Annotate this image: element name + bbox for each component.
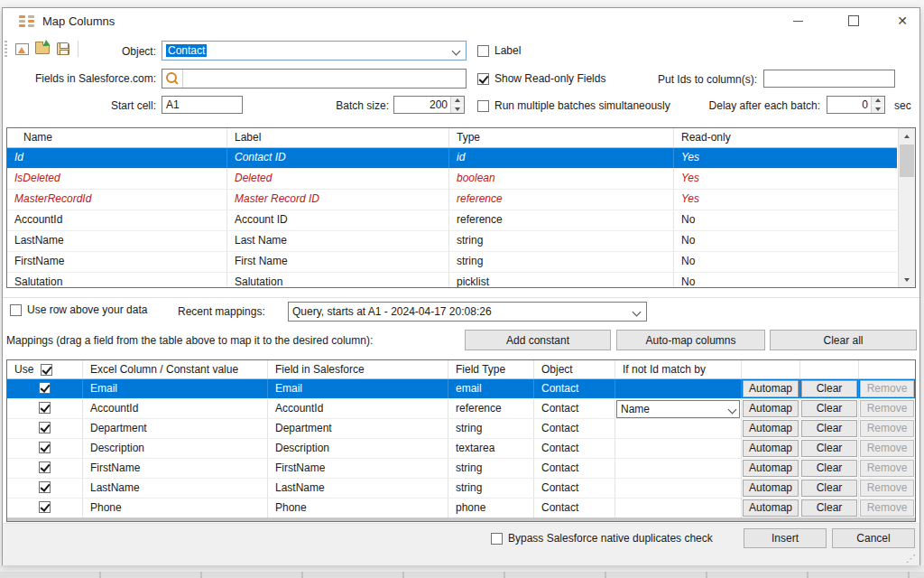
- remove-button[interactable]: Remove: [860, 460, 914, 477]
- use-checkbox[interactable]: [39, 442, 51, 453]
- column-header-match-by[interactable]: If not Id match by: [615, 360, 742, 378]
- use-row-above-row[interactable]: Use row above your data: [10, 303, 147, 316]
- fields-table-row[interactable]: SalutationSalutationpicklistNo: [7, 273, 897, 288]
- fields-table-row[interactable]: LastNameLast NamestringNo: [7, 231, 897, 252]
- minimize-button[interactable]: [782, 10, 813, 32]
- fields-table-row[interactable]: MasterRecordIdMaster Record IDreferenceY…: [7, 190, 897, 210]
- column-header-field-type[interactable]: Field Type: [448, 360, 534, 378]
- automap-button[interactable]: Automap: [743, 440, 799, 457]
- toolbar-grip[interactable]: [5, 41, 7, 57]
- put-ids-input[interactable]: [763, 70, 895, 88]
- column-header-excel-column[interactable]: Excel Column / Constant value: [83, 360, 268, 378]
- automap-button[interactable]: Automap: [743, 380, 799, 397]
- start-cell-input[interactable]: A1: [162, 96, 243, 114]
- clear-button[interactable]: Clear: [801, 420, 857, 437]
- delay-down-icon[interactable]: [872, 106, 884, 114]
- column-header-type[interactable]: Type: [449, 128, 674, 147]
- close-button[interactable]: ✕: [887, 10, 918, 32]
- fields-search-box[interactable]: [162, 69, 467, 89]
- automap-button[interactable]: Automap: [743, 420, 799, 437]
- use-checkbox[interactable]: [39, 382, 51, 394]
- mapping-row[interactable]: DepartmentDepartmentstringContactAutomap…: [7, 419, 915, 439]
- clear-button[interactable]: Clear: [801, 460, 857, 477]
- fields-table-row[interactable]: AccountIdAccount IDreferenceNo: [7, 210, 897, 231]
- use-checkbox[interactable]: [39, 422, 51, 434]
- remove-button[interactable]: Remove: [860, 480, 914, 497]
- title-bar[interactable]: Map Columns ✕: [3, 8, 919, 35]
- automap-button[interactable]: Automap: [743, 460, 799, 477]
- clear-all-button[interactable]: Clear all: [770, 330, 917, 350]
- delay-stepper[interactable]: 0: [827, 96, 885, 114]
- use-all-checkbox[interactable]: [41, 364, 52, 376]
- object-chevron-down-icon[interactable]: [453, 44, 462, 57]
- insert-button[interactable]: Insert: [744, 528, 827, 548]
- automap-button[interactable]: Automap: [743, 400, 799, 417]
- scroll-up-icon[interactable]: [899, 128, 915, 144]
- bypass-duplicates-checkbox[interactable]: [491, 533, 503, 545]
- match-by-dropdown[interactable]: Name: [616, 400, 740, 418]
- remove-button[interactable]: Remove: [860, 420, 914, 437]
- auto-map-columns-button[interactable]: Auto-map columns: [616, 330, 765, 350]
- mapping-row[interactable]: DescriptionDescriptiontextareaContactAut…: [7, 439, 915, 459]
- clear-button[interactable]: Clear: [801, 440, 857, 457]
- use-checkbox[interactable]: [39, 402, 51, 414]
- batch-size-value[interactable]: 200: [394, 97, 450, 113]
- delay-value[interactable]: 0: [827, 97, 871, 113]
- column-header-name[interactable]: Name: [7, 128, 227, 147]
- column-header-object[interactable]: Object: [534, 360, 615, 378]
- automap-button[interactable]: Automap: [743, 499, 799, 517]
- bypass-duplicates-row[interactable]: Bypass Salesforce native duplicates chec…: [491, 532, 713, 545]
- clear-button[interactable]: Clear: [801, 380, 857, 397]
- show-readonly-checkbox[interactable]: [477, 73, 489, 85]
- column-header-use[interactable]: Use: [7, 360, 83, 378]
- column-header-field-in-salesforce[interactable]: Field in Salesforce: [268, 360, 448, 378]
- mapping-table-hscrollbar[interactable]: [7, 517, 915, 521]
- scrollbar-thumb[interactable]: [900, 144, 914, 177]
- fields-table-row[interactable]: IsDeletedDeletedbooleanYes: [7, 169, 897, 190]
- resize-grip[interactable]: ⋰: [906, 553, 917, 564]
- use-checkbox[interactable]: [39, 481, 51, 493]
- clear-button[interactable]: Clear: [801, 400, 857, 417]
- maximize-button[interactable]: [838, 10, 869, 32]
- fields-table-scrollbar[interactable]: [898, 128, 915, 287]
- mapping-row[interactable]: PhonePhonephoneContactAutomapClearRemove: [7, 499, 915, 518]
- remove-button[interactable]: Remove: [860, 400, 914, 417]
- mapping-row[interactable]: AccountIdAccountIdreferenceContactNameAu…: [7, 399, 915, 419]
- use-checkbox[interactable]: [39, 461, 51, 473]
- batch-size-up-icon[interactable]: [451, 97, 464, 106]
- column-header-label[interactable]: Label: [227, 128, 449, 147]
- delay-up-icon[interactable]: [872, 97, 884, 106]
- remove-button[interactable]: Remove: [860, 380, 914, 397]
- fields-table-row[interactable]: IdContact IDidYes: [7, 148, 897, 169]
- object-combobox[interactable]: Contact: [162, 41, 467, 61]
- remove-button[interactable]: Remove: [860, 499, 914, 517]
- mapping-row[interactable]: LastNameLastNamestringContactAutomapClea…: [7, 479, 915, 499]
- export-image-button[interactable]: [12, 40, 32, 58]
- match-by-chevron-down-icon[interactable]: [729, 403, 735, 415]
- column-header-readonly[interactable]: Read-only: [674, 128, 897, 147]
- search-icon[interactable]: [162, 70, 183, 88]
- recent-mappings-dropdown[interactable]: Query, starts at A1 - 2024-04-17 20:08:2…: [288, 302, 647, 322]
- label-checkbox[interactable]: [477, 45, 489, 57]
- match-by-cell: Name: [615, 399, 742, 418]
- batch-size-down-icon[interactable]: [451, 106, 464, 114]
- use-row-above-checkbox[interactable]: [10, 304, 22, 316]
- label-checkbox-row[interactable]: Label: [477, 44, 521, 57]
- remove-button[interactable]: Remove: [860, 440, 914, 457]
- add-constant-button[interactable]: Add constant: [465, 330, 611, 350]
- run-multiple-checkbox[interactable]: [477, 100, 489, 112]
- excel-column-cell: AccountId: [83, 399, 268, 418]
- recent-mappings-chevron-down-icon[interactable]: [633, 305, 642, 318]
- cancel-button[interactable]: Cancel: [832, 528, 915, 548]
- automap-button[interactable]: Automap: [743, 480, 799, 497]
- fields-table-row[interactable]: FirstNameFirst NamestringNo: [7, 252, 897, 273]
- use-checkbox[interactable]: [39, 501, 51, 513]
- clear-button[interactable]: Clear: [801, 499, 857, 517]
- fields-search-input[interactable]: [183, 70, 466, 88]
- scroll-down-icon[interactable]: [899, 272, 915, 287]
- open-mapping-button[interactable]: [32, 40, 52, 58]
- clear-button[interactable]: Clear: [801, 480, 857, 497]
- mapping-row[interactable]: EmailEmailemailContactAutomapClearRemove: [7, 379, 915, 399]
- batch-size-stepper[interactable]: 200: [393, 96, 465, 114]
- mapping-row[interactable]: FirstNameFirstNamestringContactAutomapCl…: [7, 459, 915, 479]
